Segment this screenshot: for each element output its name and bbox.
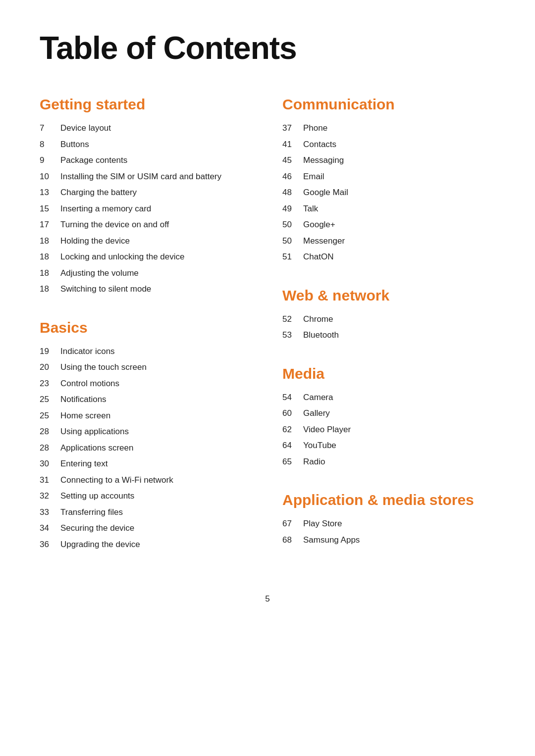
section-communication: Communication37Phone41Contacts45Messagin… [282, 96, 495, 263]
toc-item: 49Talk [282, 202, 495, 215]
toc-item-num: 25 [40, 393, 60, 406]
toc-item-label: Camera [303, 391, 333, 404]
section-app-media-stores: Application & media stores67Play Store68… [282, 492, 495, 546]
toc-item: 45Messaging [282, 154, 495, 167]
left-column: Getting started7Device layout8Buttons9Pa… [40, 96, 253, 574]
toc-item-num: 54 [282, 391, 303, 404]
toc-item: 25Home screen [40, 409, 253, 422]
toc-item-label: Entering text [60, 457, 107, 470]
toc-item: 33Transferring files [40, 506, 253, 519]
toc-item-label: Samsung Apps [303, 534, 360, 547]
toc-item-num: 52 [282, 313, 303, 326]
toc-item-label: Applications screen [60, 442, 133, 454]
section-title-web-network: Web & network [282, 287, 495, 304]
toc-item-label: Email [303, 170, 324, 183]
toc-item-label: YouTube [303, 439, 336, 452]
toc-item: 30Entering text [40, 457, 253, 470]
toc-item: 17Turning the device on and off [40, 218, 253, 231]
toc-item: 41Contacts [282, 138, 495, 151]
page-title: Table of Contents [40, 30, 495, 66]
toc-item: 50Messenger [282, 235, 495, 248]
toc-item-label: ChatON [303, 251, 333, 263]
toc-item-num: 37 [282, 122, 303, 135]
toc-item-num: 65 [282, 455, 303, 468]
section-title-basics: Basics [40, 319, 253, 336]
toc-item-label: Bluetooth [303, 329, 339, 342]
toc-item-label: Connecting to a Wi-Fi network [60, 474, 173, 487]
toc-item-label: Buttons [60, 138, 89, 151]
toc-item-num: 36 [40, 538, 60, 551]
toc-item: 10Installing the SIM or USIM card and ba… [40, 170, 253, 183]
toc-item-label: Radio [303, 455, 325, 468]
toc-item-label: Video Player [303, 423, 351, 436]
toc-item: 28Applications screen [40, 442, 253, 454]
toc-item-num: 9 [40, 154, 60, 167]
toc-item-label: Talk [303, 202, 318, 215]
toc-item-num: 8 [40, 138, 60, 151]
toc-item: 18Adjusting the volume [40, 267, 253, 280]
toc-item-label: Adjusting the volume [60, 267, 139, 280]
toc-item: 25Notifications [40, 393, 253, 406]
toc-item: 36Upgrading the device [40, 538, 253, 551]
toc-item-label: Charging the battery [60, 186, 137, 199]
toc-item-num: 19 [40, 345, 60, 358]
toc-item: 65Radio [282, 455, 495, 468]
toc-item-label: Google+ [303, 218, 335, 231]
toc-item: 19Indicator icons [40, 345, 253, 358]
toc-item-label: Messenger [303, 235, 345, 248]
toc-item: 62Video Player [282, 423, 495, 436]
section-title-communication: Communication [282, 96, 495, 113]
toc-item: 68Samsung Apps [282, 534, 495, 547]
section-basics: Basics19Indicator icons20Using the touch… [40, 319, 253, 551]
toc-item-label: Indicator icons [60, 345, 115, 358]
toc-item: 31Connecting to a Wi-Fi network [40, 474, 253, 487]
toc-item-label: Setting up accounts [60, 490, 134, 503]
toc-item: 23Control motions [40, 377, 253, 390]
toc-item-label: Holding the device [60, 235, 130, 248]
toc-item-label: Play Store [303, 517, 342, 530]
toc-item-num: 10 [40, 170, 60, 183]
toc-item-num: 53 [282, 329, 303, 342]
section-title-getting-started: Getting started [40, 96, 253, 113]
toc-item-num: 32 [40, 490, 60, 503]
section-web-network: Web & network52Chrome53Bluetooth [282, 287, 495, 342]
toc-item-num: 49 [282, 202, 303, 215]
toc-item-label: Phone [303, 122, 327, 135]
toc-item: 60Gallery [282, 407, 495, 420]
toc-item-label: Inserting a memory card [60, 202, 151, 215]
toc-item-num: 41 [282, 138, 303, 151]
toc-item: 8Buttons [40, 138, 253, 151]
toc-item: 53Bluetooth [282, 329, 495, 342]
toc-item-num: 30 [40, 457, 60, 470]
toc-item: 34Securing the device [40, 522, 253, 535]
section-title-media: Media [282, 365, 495, 382]
toc-item-label: Securing the device [60, 522, 134, 535]
toc-item-num: 23 [40, 377, 60, 390]
toc-item-label: Transferring files [60, 506, 123, 519]
toc-item-num: 67 [282, 517, 303, 530]
toc-item-num: 17 [40, 218, 60, 231]
section-title-app-media-stores: Application & media stores [282, 492, 495, 508]
toc-item: 18Holding the device [40, 235, 253, 248]
toc-item-label: Chrome [303, 313, 333, 326]
toc-item: 18Switching to silent mode [40, 283, 253, 296]
toc-item-num: 45 [282, 154, 303, 167]
toc-item-num: 20 [40, 361, 60, 374]
toc-item-num: 68 [282, 534, 303, 547]
toc-item: 13Charging the battery [40, 186, 253, 199]
toc-item-num: 25 [40, 409, 60, 422]
page-number: 5 [40, 594, 495, 604]
toc-item: 7Device layout [40, 122, 253, 135]
toc-item-num: 60 [282, 407, 303, 420]
toc-item-num: 18 [40, 251, 60, 263]
toc-item-label: Control motions [60, 377, 119, 390]
toc-item-num: 18 [40, 267, 60, 280]
toc-item-num: 18 [40, 283, 60, 296]
toc-item-num: 48 [282, 186, 303, 199]
toc-item-num: 64 [282, 439, 303, 452]
toc-item: 20Using the touch screen [40, 361, 253, 374]
toc-item-num: 62 [282, 423, 303, 436]
toc-item: 52Chrome [282, 313, 495, 326]
toc-item-num: 31 [40, 474, 60, 487]
toc-item-num: 50 [282, 235, 303, 248]
